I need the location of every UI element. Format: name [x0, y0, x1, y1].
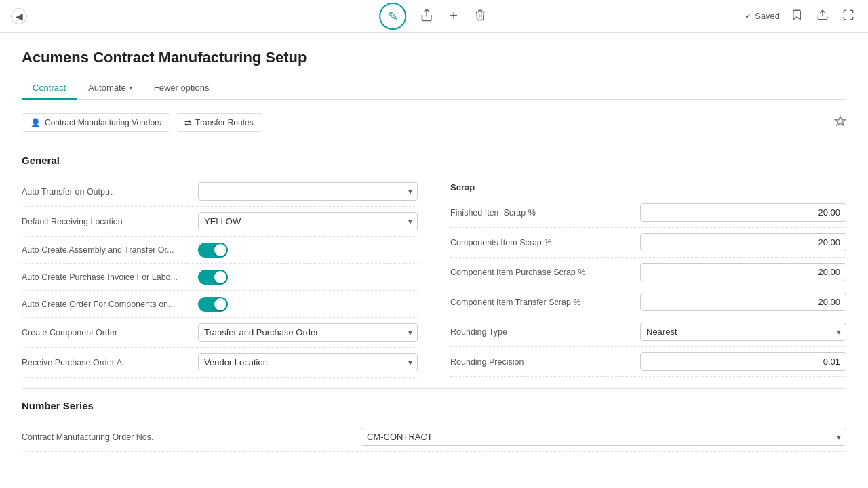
- transfer-routes-button[interactable]: ⇄ Transfer Routes: [176, 113, 262, 132]
- number-series-title: Number Series: [22, 400, 846, 411]
- contract-manufacturing-vendors-button[interactable]: 👤 Contract Manufacturing Vendors: [22, 113, 170, 132]
- routes-icon: ⇄: [184, 118, 191, 127]
- create-component-order-select[interactable]: Transfer and Purchase Order: [198, 323, 418, 342]
- receive-po-select-wrapper: Vendor Location: [198, 353, 418, 371]
- tab-automate[interactable]: Automate ▾: [77, 77, 143, 100]
- create-component-order-select-wrapper: Transfer and Purchase Order: [198, 323, 418, 342]
- auto-create-components-value: [198, 297, 418, 312]
- auto-create-assembly-label: Auto Create Assembly and Transfer Or...: [22, 245, 198, 255]
- export-button[interactable]: [814, 6, 831, 26]
- default-receiving-value: YELLOW: [198, 212, 418, 230]
- contract-order-nos-label: Contract Manufacturing Order Nos.: [22, 432, 361, 442]
- chevron-down-icon: ▾: [129, 84, 132, 92]
- saved-text: Saved: [755, 11, 780, 21]
- purchase-scrap-value: [640, 263, 846, 281]
- toolbar-center: ✎ +: [379, 3, 489, 30]
- toolbar-right: ✓ Saved: [745, 6, 857, 26]
- sub-nav: 👤 Contract Manufacturing Vendors ⇄ Trans…: [22, 113, 846, 138]
- add-button[interactable]: +: [447, 5, 460, 26]
- vendors-icon: 👤: [31, 118, 41, 127]
- auto-create-components-toggle[interactable]: [198, 297, 228, 312]
- purchase-scrap-label: Component Item Purchase Scrap %: [450, 268, 640, 277]
- tab-fewer-options[interactable]: Fewer options: [143, 77, 220, 100]
- general-divider: [22, 388, 846, 389]
- receive-po-row: Receive Purchase Order At Vendor Locatio…: [22, 348, 418, 378]
- bookmark-button[interactable]: [788, 6, 806, 26]
- auto-create-components-label: Auto Create Order For Components on...: [22, 300, 198, 309]
- rounding-type-label: Rounding Type: [450, 327, 640, 337]
- receive-po-select[interactable]: Vendor Location: [198, 353, 418, 371]
- finished-item-scrap-row: Finished Item Scrap %: [450, 198, 846, 228]
- toolbar: ◀ ✎ + ✓ Saved: [0, 0, 868, 33]
- purchase-scrap-input[interactable]: [640, 263, 846, 281]
- saved-status: ✓ Saved: [745, 11, 780, 21]
- default-receiving-select[interactable]: YELLOW: [198, 212, 418, 230]
- scrap-title: Scrap: [450, 177, 846, 195]
- auto-create-invoice-toggle-wrapper: [198, 270, 418, 285]
- auto-create-components-row: Auto Create Order For Components on...: [22, 291, 418, 318]
- auto-create-assembly-toggle[interactable]: [198, 243, 228, 258]
- receive-po-label: Receive Purchase Order At: [22, 358, 198, 367]
- sub-nav-left: 👤 Contract Manufacturing Vendors ⇄ Trans…: [22, 113, 262, 132]
- components-scrap-row: Components Item Scrap %: [450, 228, 846, 258]
- pin-icon[interactable]: [834, 115, 846, 130]
- rounding-precision-row: Rounding Precision: [450, 347, 846, 377]
- auto-create-assembly-toggle-wrapper: [198, 243, 418, 258]
- auto-transfer-select[interactable]: [198, 182, 418, 201]
- contract-order-nos-row: Contract Manufacturing Order Nos. CM-CON…: [22, 422, 846, 452]
- finished-item-scrap-value: [640, 203, 846, 222]
- purchase-scrap-row: Component Item Purchase Scrap %: [450, 258, 846, 287]
- rounding-type-value: Nearest: [640, 323, 846, 341]
- page-title: Acumens Contract Manufacturing Setup: [22, 49, 846, 66]
- transfer-scrap-input[interactable]: [640, 293, 846, 311]
- tabs: Contract Automate ▾ Fewer options: [22, 77, 846, 100]
- back-icon: ◀: [16, 11, 23, 22]
- contract-order-nos-select[interactable]: CM-CONTRACT: [361, 428, 846, 446]
- auto-transfer-label: Auto Transfer on Output: [22, 187, 198, 197]
- create-component-order-value: Transfer and Purchase Order: [198, 323, 418, 342]
- contract-order-nos-select-wrapper: CM-CONTRACT: [361, 428, 846, 446]
- number-series-section: Number Series Contract Manufacturing Ord…: [22, 400, 846, 452]
- rounding-precision-label: Rounding Precision: [450, 357, 640, 367]
- transfer-scrap-value: [640, 293, 846, 311]
- auto-create-invoice-toggle[interactable]: [198, 270, 228, 285]
- create-component-order-label: Create Component Order: [22, 328, 198, 338]
- contract-order-nos-value: CM-CONTRACT: [361, 428, 846, 446]
- tab-contract[interactable]: Contract: [22, 77, 77, 100]
- components-scrap-value: [640, 233, 846, 251]
- general-section-title: General: [22, 155, 846, 166]
- check-icon: ✓: [745, 11, 752, 21]
- finished-item-scrap-input[interactable]: [640, 203, 846, 222]
- auto-transfer-select-wrapper: [198, 182, 418, 201]
- rounding-type-row: Rounding Type Nearest: [450, 317, 846, 347]
- scrap-fields-right: Scrap Finished Item Scrap % Components I…: [450, 177, 846, 378]
- create-component-order-row: Create Component Order Transfer and Purc…: [22, 318, 418, 348]
- finished-item-scrap-label: Finished Item Scrap %: [450, 208, 640, 218]
- rounding-type-select-wrapper: Nearest: [640, 323, 846, 341]
- rounding-precision-input[interactable]: [640, 352, 846, 371]
- fullscreen-button[interactable]: [840, 6, 857, 26]
- auto-create-invoice-label: Auto Create Purchase Invoice For Labo...: [22, 272, 198, 282]
- default-receiving-label: Default Receiving Location: [22, 217, 198, 226]
- default-receiving-row: Default Receiving Location YELLOW: [22, 207, 418, 237]
- delete-button[interactable]: [471, 6, 489, 26]
- auto-create-components-toggle-wrapper: [198, 297, 418, 312]
- edit-icon: ✎: [388, 9, 398, 24]
- transfer-scrap-label: Component Item Transfer Scrap %: [450, 298, 640, 307]
- auto-transfer-value: [198, 182, 418, 201]
- transfer-scrap-row: Component Item Transfer Scrap %: [450, 287, 846, 317]
- auto-create-assembly-row: Auto Create Assembly and Transfer Or...: [22, 237, 418, 264]
- page: Acumens Contract Manufacturing Setup Con…: [0, 33, 868, 488]
- rounding-type-select[interactable]: Nearest: [640, 323, 846, 341]
- back-button[interactable]: ◀: [11, 8, 27, 24]
- auto-create-invoice-row: Auto Create Purchase Invoice For Labo...: [22, 264, 418, 291]
- components-scrap-label: Components Item Scrap %: [450, 238, 640, 247]
- receive-po-value: Vendor Location: [198, 353, 418, 371]
- auto-create-invoice-value: [198, 270, 418, 285]
- edit-button[interactable]: ✎: [379, 3, 406, 30]
- auto-create-assembly-value: [198, 243, 418, 258]
- share-button[interactable]: [417, 5, 436, 27]
- components-scrap-input[interactable]: [640, 233, 846, 251]
- toolbar-left: ◀: [11, 8, 27, 24]
- general-fields-left: Auto Transfer on Output Default Receivin…: [22, 177, 418, 378]
